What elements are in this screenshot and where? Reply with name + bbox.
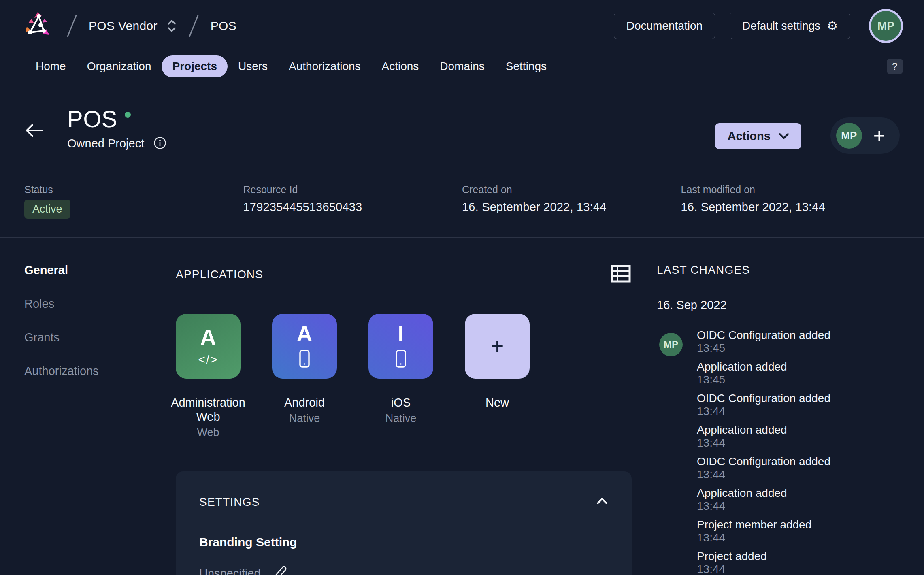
chevron-up-icon[interactable]: [596, 497, 608, 507]
app-item-android: A Android Native: [272, 314, 337, 439]
app-type: Native: [289, 412, 320, 425]
table-view-icon[interactable]: [610, 264, 632, 285]
status-badge: Active: [24, 200, 70, 219]
zitadel-logo-icon[interactable]: [23, 10, 55, 42]
avatar-initials: MP: [664, 339, 678, 350]
modified-on-value: 16. September 2022, 13:44: [681, 200, 900, 214]
project-header: POS Owned Project Actions MP: [0, 81, 924, 154]
app-name: Android: [256, 396, 353, 410]
app-item-new: + New: [465, 314, 530, 439]
app-type: Native: [385, 412, 417, 425]
change-timeline: MP OIDC Configuration added 13:45 Applic…: [657, 329, 900, 575]
section-sidebar: General Roles Grants Authorizations: [24, 264, 176, 398]
resource-id-label: Resource Id: [243, 184, 462, 196]
info-icon[interactable]: [153, 136, 167, 151]
change-event: Project member added 13:44: [697, 518, 900, 544]
new-app-card[interactable]: +: [465, 314, 530, 379]
change-event: Application added 13:44: [697, 424, 900, 449]
event-title: OIDC Configuration added: [697, 329, 900, 342]
plus-icon: +: [491, 335, 504, 358]
application-cards: A </> Administration Web Web A Andro: [176, 314, 632, 439]
add-member-button[interactable]: +: [873, 126, 885, 146]
event-time: 13:44: [697, 468, 900, 481]
app-card-android[interactable]: A: [272, 314, 337, 379]
project-type-label: Owned Project: [67, 137, 144, 150]
sidebar-item-roles[interactable]: Roles: [24, 297, 176, 311]
default-settings-label: Default settings: [742, 19, 820, 32]
change-event: OIDC Configuration added 13:45: [697, 329, 900, 355]
nav-item-projects[interactable]: Projects: [162, 55, 228, 77]
nav-item-users[interactable]: Users: [228, 55, 278, 77]
change-event: Application added 13:45: [697, 360, 900, 386]
status-label: Status: [24, 184, 243, 196]
topbar: POS Vendor POS Documentation Default set…: [0, 0, 924, 52]
change-event: Application added 13:44: [697, 487, 900, 513]
avatar-initials: MP: [877, 19, 894, 32]
edit-pencil-icon[interactable]: [273, 564, 287, 575]
page-title: POS: [67, 106, 117, 132]
app-letter: I: [398, 323, 404, 345]
unfold-more-icon[interactable]: [166, 19, 177, 33]
breadcrumb-project[interactable]: POS: [211, 19, 236, 33]
default-settings-button[interactable]: Default settings ⚙: [730, 13, 850, 39]
event-time: 13:44: [697, 405, 900, 418]
event-title: Application added: [697, 360, 900, 373]
created-on-value: 16. September 2022, 13:44: [462, 200, 681, 214]
breadcrumb-separator: [189, 15, 199, 37]
help-button[interactable]: ?: [887, 59, 903, 74]
documentation-button[interactable]: Documentation: [614, 13, 715, 39]
app-name: Administration Web: [160, 396, 257, 424]
nav-item-settings[interactable]: Settings: [495, 55, 557, 77]
breadcrumb-separator: [67, 15, 77, 37]
app-item-ios: I iOS Native: [368, 314, 433, 439]
settings-panel: SETTINGS Branding Setting Unspecified: [176, 471, 632, 575]
app-item-administration-web: A </> Administration Web Web: [176, 314, 241, 439]
last-changes-panel: LAST CHANGES 16. Sep 2022 MP OIDC Config…: [657, 264, 900, 575]
change-event: OIDC Configuration added 13:44: [697, 455, 900, 481]
resource-id-value: 179235445513650433: [243, 200, 462, 214]
phone-icon: [395, 349, 407, 370]
org-switcher[interactable]: POS Vendor: [89, 19, 177, 33]
change-event: OIDC Configuration added 13:44: [697, 392, 900, 418]
event-title: OIDC Configuration added: [697, 455, 900, 468]
sidebar-item-general[interactable]: General: [24, 264, 176, 277]
nav-item-authorizations[interactable]: Authorizations: [278, 55, 371, 77]
modified-on-label: Last modified on: [681, 184, 900, 196]
change-event: Project added 13:44: [697, 550, 900, 575]
change-author-avatar: MP: [659, 333, 683, 356]
actions-label: Actions: [727, 130, 770, 143]
sidebar-item-authorizations[interactable]: Authorizations: [24, 364, 176, 378]
change-date: 16. Sep 2022: [657, 298, 900, 312]
actions-button[interactable]: Actions: [715, 123, 801, 149]
app-card-ios[interactable]: I: [368, 314, 433, 379]
nav-item-actions[interactable]: Actions: [371, 55, 430, 77]
app-name: New: [449, 396, 546, 410]
nav-item-domains[interactable]: Domains: [429, 55, 495, 77]
member-avatar[interactable]: MP: [836, 123, 862, 149]
last-changes-title: LAST CHANGES: [657, 264, 900, 277]
app-letter: A: [200, 326, 216, 348]
main-nav: Home Organization Projects Users Authori…: [0, 52, 924, 81]
event-title: Application added: [697, 424, 900, 437]
app-type: Web: [197, 426, 219, 439]
nav-item-organization[interactable]: Organization: [77, 55, 162, 77]
event-title: Application added: [697, 487, 900, 500]
event-title: OIDC Configuration added: [697, 392, 900, 405]
user-avatar[interactable]: MP: [869, 9, 903, 43]
gear-icon: ⚙: [827, 20, 838, 32]
event-time: 13:44: [697, 531, 900, 544]
sidebar-item-grants[interactable]: Grants: [24, 331, 176, 344]
back-arrow-icon[interactable]: [24, 122, 44, 140]
main-panel: APPLICATIONS A </> Administration Web We…: [176, 264, 632, 575]
app-name: iOS: [352, 396, 449, 410]
breadcrumb-org[interactable]: POS Vendor: [89, 19, 158, 33]
app-card-administration-web[interactable]: A </>: [176, 314, 241, 379]
chevron-down-icon: [779, 132, 789, 140]
branding-setting-label: Branding Setting: [199, 535, 608, 549]
event-time: 13:44: [697, 563, 900, 575]
branding-setting-value: Unspecified: [199, 567, 261, 575]
event-title: Project added: [697, 550, 900, 563]
nav-item-home[interactable]: Home: [25, 55, 77, 77]
avatar-initials: MP: [841, 130, 857, 142]
event-time: 13:44: [697, 500, 900, 513]
